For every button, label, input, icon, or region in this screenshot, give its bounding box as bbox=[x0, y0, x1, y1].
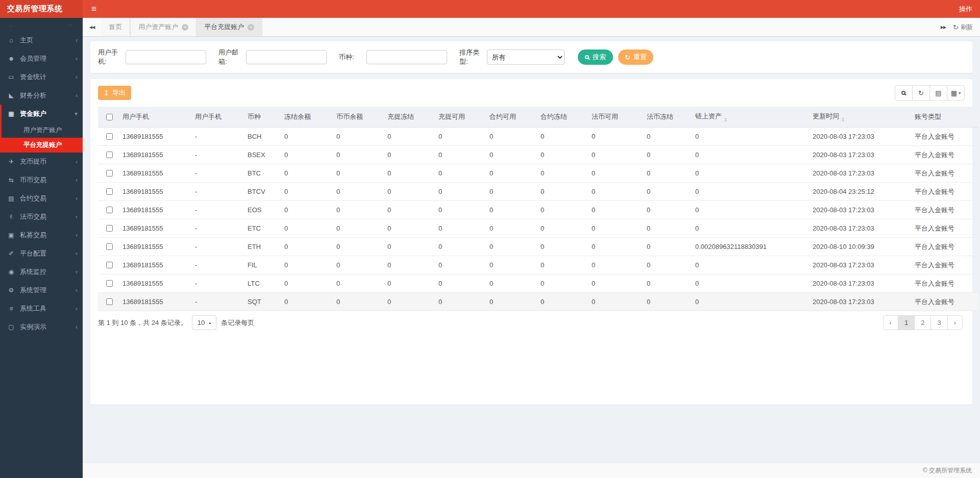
column-header-label: 链上资产 bbox=[695, 112, 722, 120]
cell: 13689181555 bbox=[118, 274, 191, 293]
tab-platform-deposit-accounts[interactable]: 平台充提账户× bbox=[197, 18, 262, 36]
cell: 0 bbox=[280, 274, 332, 293]
sidebar-item-platform-config[interactable]: ✐平台配置‹ bbox=[2, 244, 83, 263]
hamburger-icon[interactable]: ≡ bbox=[83, 4, 105, 14]
column-header-label: 用户手机 bbox=[122, 113, 149, 120]
user-phone-input[interactable] bbox=[126, 50, 206, 64]
cell: 2020-08-10 10:09:39 bbox=[808, 238, 911, 256]
cell: 0 bbox=[643, 293, 691, 311]
table-refresh-button[interactable]: ↻ bbox=[912, 85, 930, 100]
cell: 0 bbox=[643, 183, 691, 201]
sort-type-select[interactable]: 所有 bbox=[487, 49, 565, 65]
cell: 0 bbox=[643, 256, 691, 274]
close-tab-icon[interactable]: × bbox=[182, 24, 188, 31]
sidebar-item-coin-trade[interactable]: ⇆币币交易‹ bbox=[2, 171, 83, 189]
action-menu[interactable]: 操作 bbox=[951, 5, 980, 14]
row-checkbox[interactable] bbox=[106, 280, 113, 287]
row-checkbox[interactable] bbox=[106, 225, 113, 232]
cell: 0 bbox=[332, 164, 383, 183]
plane-icon: ✈ bbox=[7, 158, 15, 165]
table-row: 13689181555-LTC0000000002020-08-03 17:23… bbox=[98, 274, 978, 293]
cell: 0 bbox=[434, 146, 485, 164]
column-header-label: 充提冻结 bbox=[387, 113, 414, 120]
export-button[interactable]: ↧ 导出 bbox=[98, 86, 131, 100]
cell: 0 bbox=[587, 183, 643, 201]
search-button[interactable]: 搜索 bbox=[578, 49, 613, 65]
sidebar-item-deposit-withdraw[interactable]: ✈充币提币‹ bbox=[2, 153, 83, 171]
cell: 0 bbox=[383, 164, 434, 183]
pager-prev[interactable]: ‹ bbox=[883, 315, 898, 330]
cell: 0 bbox=[485, 201, 536, 219]
user-email-input[interactable] bbox=[246, 50, 327, 64]
cell: 0 bbox=[536, 201, 587, 219]
close-tab-icon[interactable]: × bbox=[248, 24, 254, 31]
tab-refresh-button[interactable]: ↻ 刷新 bbox=[953, 23, 973, 32]
row-checkbox[interactable] bbox=[106, 188, 113, 195]
sidebar-item-member-mgmt[interactable]: ☻会员管理‹ bbox=[2, 49, 83, 68]
cell: 0 bbox=[643, 164, 691, 183]
coin-input[interactable] bbox=[366, 50, 447, 64]
column-header: 冻结余额 bbox=[280, 107, 332, 128]
chevron-left-icon: ‹ bbox=[76, 287, 78, 294]
row-checkbox[interactable] bbox=[106, 262, 113, 268]
cell: 0 bbox=[280, 293, 332, 311]
row-checkbox[interactable] bbox=[106, 152, 113, 158]
sidebar-item-contract-trade[interactable]: ▤合约交易‹ bbox=[2, 189, 83, 208]
sidebar-item-system-tools[interactable]: ≡系统工具‹ bbox=[2, 299, 83, 318]
cell: 0 bbox=[587, 274, 643, 293]
column-header-label: 账号类型 bbox=[915, 113, 941, 120]
cell: 0 bbox=[587, 256, 643, 274]
sidebar-item-fund-stats[interactable]: ▭资金统计‹ bbox=[2, 68, 83, 86]
cell: 0 bbox=[485, 164, 536, 183]
table-search-button[interactable] bbox=[895, 85, 913, 100]
page-size-select[interactable]: 10 ▴ bbox=[192, 315, 216, 330]
sidebar-subitem-user-asset-accounts[interactable]: 用户资产账户 bbox=[2, 123, 83, 138]
home-icon: ⌂ bbox=[7, 37, 15, 44]
cell: 0 bbox=[691, 201, 808, 219]
main-column: ≡ 操作 ◀◀ 首页用户资产账户×平台充提账户× ▶▶ ↻ 刷新 用户手机:用户… bbox=[83, 0, 980, 478]
column-header[interactable]: 链上资产▴▾ bbox=[691, 107, 808, 128]
pager-page-1[interactable]: 1 bbox=[898, 315, 915, 330]
cell: 0 bbox=[332, 256, 383, 274]
sidebar-item-fund-accounts[interactable]: ▦资金账户▾ bbox=[2, 105, 83, 123]
tab-user-asset-accounts[interactable]: 用户资产账户× bbox=[130, 18, 197, 36]
column-header[interactable]: 更新时间▴▾ bbox=[808, 107, 911, 128]
sidebar-item-home[interactable]: ⌂主页‹ bbox=[2, 31, 83, 49]
column-header: 法币冻结 bbox=[643, 107, 691, 128]
desktop-icon: ▢ bbox=[7, 323, 15, 331]
cell: 0 bbox=[643, 201, 691, 219]
sidebar-item-private-trade[interactable]: ▣私募交易‹ bbox=[2, 226, 83, 244]
row-checkbox[interactable] bbox=[106, 170, 113, 177]
tab-home[interactable]: 首页 bbox=[101, 18, 130, 36]
select-all-checkbox[interactable] bbox=[106, 114, 113, 120]
sidebar-subitem-platform-deposit-accounts[interactable]: 平台充提账户 bbox=[2, 138, 83, 153]
sidebar-item-system-mgmt[interactable]: ⚙系统管理‹ bbox=[2, 281, 83, 299]
sidebar-item-finance-analysis[interactable]: ◣财务分析‹ bbox=[2, 86, 83, 105]
cell: 2020-08-03 17:23:03 bbox=[808, 128, 911, 146]
row-checkbox[interactable] bbox=[106, 298, 113, 305]
user-phone-label: 用户手机: bbox=[98, 48, 122, 66]
toggle-view-button[interactable]: ▤ bbox=[929, 85, 947, 100]
tabs-scroll-right-icon[interactable]: ▶▶ bbox=[941, 25, 946, 30]
reset-button[interactable]: ↻ 重置 bbox=[618, 49, 653, 65]
cell: 0 bbox=[587, 128, 643, 146]
cell: 0 bbox=[587, 293, 643, 311]
sidebar-item-demo[interactable]: ▢实例演示‹ bbox=[2, 318, 83, 336]
tabs-scroll-left-icon[interactable]: ◀◀ bbox=[83, 18, 101, 36]
cell: 0 bbox=[643, 274, 691, 293]
column-header-label: 合约可用 bbox=[489, 113, 516, 120]
row-checkbox[interactable] bbox=[106, 243, 113, 250]
cell: 0 bbox=[485, 219, 536, 238]
sidebar-item-system-monitor[interactable]: ◉系统监控‹ bbox=[2, 263, 83, 281]
chevron-left-icon: ‹ bbox=[76, 323, 78, 331]
cell: 0 bbox=[280, 219, 332, 238]
pager-page-3[interactable]: 3 bbox=[930, 315, 947, 330]
row-checkbox[interactable] bbox=[106, 207, 113, 213]
columns-button[interactable]: ▦▾ bbox=[947, 85, 965, 100]
pager-next[interactable]: › bbox=[947, 315, 963, 330]
row-checkbox[interactable] bbox=[106, 133, 113, 140]
user-icon: ☻ bbox=[7, 55, 15, 62]
column-header: 充提可用 bbox=[434, 107, 485, 128]
pager-page-2[interactable]: 2 bbox=[914, 315, 931, 330]
sidebar-item-fiat-trade[interactable]: ✌法币交易‹ bbox=[2, 208, 83, 226]
